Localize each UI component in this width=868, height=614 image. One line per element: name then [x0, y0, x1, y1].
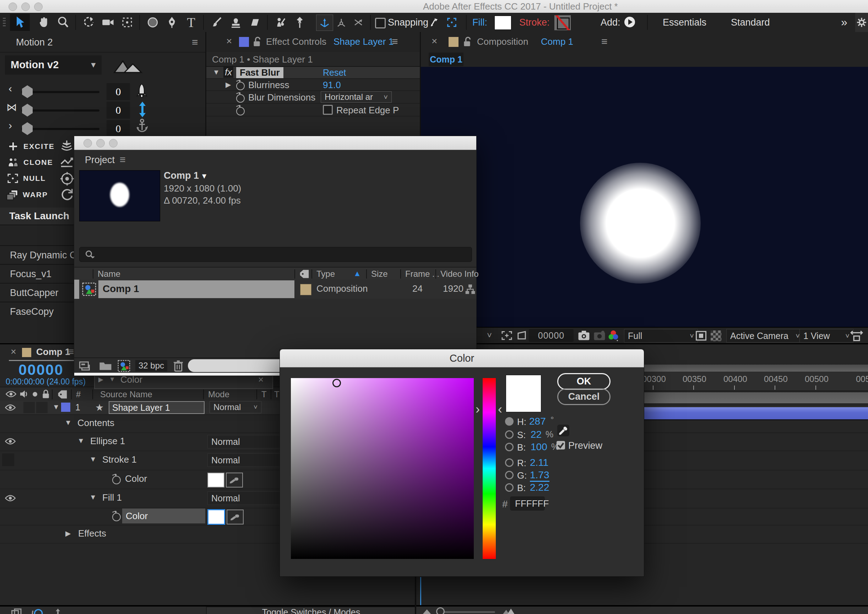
- dimensions-stopwatch-icon[interactable]: [236, 94, 245, 103]
- comp-timecode-box[interactable]: 00000: [529, 329, 574, 342]
- solo-column-icon[interactable]: [33, 392, 37, 396]
- motion-blur-icon[interactable]: [31, 608, 43, 614]
- repeat-edge-checkbox[interactable]: [323, 105, 333, 115]
- label-column-icon[interactable]: [57, 390, 67, 399]
- brush-tool[interactable]: [208, 14, 226, 31]
- mode-column-label[interactable]: Mode: [208, 389, 229, 399]
- mountains-icon[interactable]: [113, 57, 144, 74]
- fill-eyedropper-button[interactable]: [226, 510, 243, 524]
- slider2-value-box[interactable]: 0: [107, 102, 130, 119]
- project-window-titlebar[interactable]: [74, 136, 476, 150]
- resize-panel-icon[interactable]: [850, 330, 863, 342]
- item-name-caret-icon[interactable]: ▾: [202, 171, 206, 181]
- preset-dropdown[interactable]: Motion v2 ▼: [5, 56, 102, 75]
- view-axis-mode[interactable]: [350, 15, 367, 30]
- slider3-track[interactable]: [21, 128, 99, 130]
- unlock-icon[interactable]: [253, 36, 261, 48]
- trash-icon[interactable]: [173, 360, 184, 372]
- blurriness-value[interactable]: 91.0: [323, 79, 341, 91]
- shape-tool[interactable]: [144, 14, 162, 31]
- dialog-eyedropper-button[interactable]: [557, 424, 569, 436]
- eraser-tool[interactable]: [246, 14, 264, 31]
- stroke-label[interactable]: Stroke:: [519, 17, 550, 28]
- cancel-button[interactable]: Cancel: [557, 389, 611, 405]
- project-item-name[interactable]: Comp 1: [164, 170, 199, 181]
- green-radio[interactable]: [505, 471, 513, 479]
- roto-brush-tool[interactable]: [271, 14, 290, 31]
- stopwatch-icon[interactable]: [112, 513, 121, 521]
- pan-behind-tool[interactable]: [118, 14, 136, 31]
- twirl-icon[interactable]: ▼: [78, 437, 85, 445]
- source-name-column-label[interactable]: Source Name: [100, 389, 152, 399]
- twirl-icon[interactable]: ▼: [90, 455, 97, 463]
- index-column-label[interactable]: #: [76, 389, 81, 399]
- rotation-tool[interactable]: [79, 14, 98, 31]
- twirl-icon2[interactable]: ▼: [109, 376, 115, 383]
- blend-mode-dropdown[interactable]: Normal: [208, 491, 281, 505]
- twirl-icon[interactable]: ▶: [65, 529, 71, 538]
- fill-label[interactable]: Fill:: [472, 17, 487, 28]
- pen-tool[interactable]: [163, 14, 181, 31]
- show-snapshot-icon[interactable]: [594, 330, 606, 341]
- effect-reset-link[interactable]: Reset: [323, 67, 346, 78]
- footage-panel-icon[interactable]: [79, 360, 92, 372]
- frame-blend-icon[interactable]: [11, 608, 23, 614]
- layer-twirl-icon[interactable]: ▼: [53, 403, 60, 411]
- slider3-value-box[interactable]: 0: [107, 120, 130, 137]
- effect-name-chip[interactable]: Fast Blur: [236, 67, 284, 78]
- timeline-tab-menu-icon[interactable]: ≡: [68, 346, 74, 358]
- twirl-icon[interactable]: ▶: [98, 376, 103, 383]
- snapshot-camera-icon[interactable]: [578, 330, 590, 341]
- stroke-color-swatch[interactable]: [208, 473, 225, 488]
- repeat-stopwatch-icon[interactable]: [236, 107, 245, 115]
- sort-ascending-icon[interactable]: ▲: [353, 269, 361, 278]
- saturation-radio[interactable]: [505, 430, 513, 439]
- color-selector-ring[interactable]: [332, 379, 341, 387]
- slider1-value-box[interactable]: 0: [107, 83, 130, 100]
- slider3-thumb[interactable]: [22, 122, 33, 135]
- twirl-icon[interactable]: ▼: [90, 493, 97, 501]
- zoom-out-mountain-icon[interactable]: [422, 609, 432, 614]
- timeline-timecode-frames[interactable]: 00000: [19, 361, 64, 378]
- excite-secondary-icon[interactable]: [60, 139, 74, 152]
- workspace-standard[interactable]: Standard: [731, 17, 770, 28]
- zoom-slider-track[interactable]: [442, 611, 495, 613]
- warp-button[interactable]: WARP: [6, 188, 48, 201]
- motion-panel-menu-icon[interactable]: ≡: [192, 36, 198, 48]
- timeline-tab-label[interactable]: Comp 1: [36, 347, 70, 358]
- project-table-row[interactable]: Comp 1 Composition 24 1920: [74, 280, 476, 299]
- hue-arrow-left-icon[interactable]: ‹: [498, 402, 502, 417]
- column-name[interactable]: Name: [98, 269, 120, 279]
- effect-controls-menu-icon[interactable]: ≡: [392, 36, 398, 48]
- channels-icon[interactable]: [607, 330, 620, 342]
- snapping-checkbox[interactable]: [375, 18, 386, 28]
- local-axis-mode[interactable]: [316, 15, 333, 31]
- stopwatch-icon[interactable]: [112, 476, 121, 484]
- eye-icon[interactable]: [5, 438, 16, 445]
- target-icon[interactable]: [60, 172, 74, 185]
- shy-star-icon[interactable]: ★: [95, 402, 104, 413]
- eye-column-icon[interactable]: [6, 390, 16, 398]
- column-size[interactable]: Size: [371, 269, 388, 279]
- fill-swatch[interactable]: [494, 16, 512, 30]
- project-zoom-button[interactable]: [109, 139, 118, 148]
- brightness-value[interactable]: 100: [531, 441, 547, 453]
- fill-color-swatch[interactable]: [208, 509, 225, 525]
- project-close-button[interactable]: [84, 139, 92, 148]
- hidden-dropdown-chevron-icon[interactable]: ˅: [487, 330, 492, 340]
- blue-radio[interactable]: [505, 483, 513, 492]
- audio-column-icon[interactable]: [19, 389, 28, 399]
- null-button[interactable]: NULL: [7, 173, 46, 184]
- lock-column-icon[interactable]: [42, 389, 50, 399]
- gear-icon[interactable]: [857, 17, 866, 27]
- new-composition-icon[interactable]: [118, 360, 130, 372]
- layer-color-swatch[interactable]: [61, 403, 70, 412]
- dimensions-dropdown[interactable]: Horizontal ar ˅: [321, 91, 392, 103]
- effect-header-row[interactable]: ▼ fx Fast Blur Reset: [206, 67, 420, 78]
- layer-mode-dropdown[interactable]: Normal ˅: [209, 401, 261, 413]
- window-close-button[interactable]: [9, 3, 17, 11]
- camera-tool[interactable]: [99, 14, 117, 31]
- clone-stamp-tool[interactable]: [226, 14, 245, 31]
- current-time-indicator[interactable]: [420, 577, 421, 606]
- composition-tab-label[interactable]: Composition: [477, 36, 529, 47]
